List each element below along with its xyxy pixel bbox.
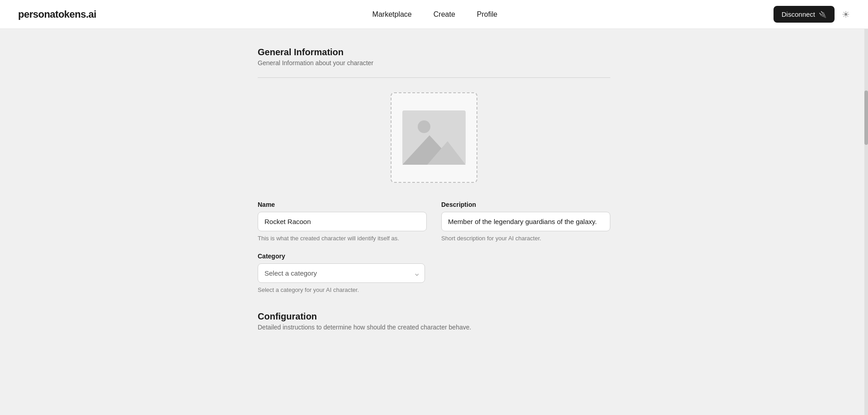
sun-icon: ☀ xyxy=(842,10,850,19)
category-hint: Select a category for your AI character. xyxy=(258,286,610,293)
disconnect-button[interactable]: Disconnect 🔌 xyxy=(774,6,835,23)
name-hint: This is what the created character will … xyxy=(258,235,427,242)
svg-point-1 xyxy=(418,120,430,133)
name-input[interactable] xyxy=(258,212,427,231)
config-subtitle: Detailed instructions to determine how s… xyxy=(258,324,610,331)
general-info-header: General Information General Information … xyxy=(258,47,610,67)
image-upload-area[interactable] xyxy=(391,92,477,183)
category-select[interactable]: Select a category Entertainment Educatio… xyxy=(258,263,425,283)
image-placeholder-icon xyxy=(402,110,466,165)
disconnect-label: Disconnect xyxy=(782,10,815,18)
name-description-row: Name This is what the created character … xyxy=(258,201,610,242)
nav-create[interactable]: Create xyxy=(434,10,455,19)
nav-marketplace[interactable]: Marketplace xyxy=(373,10,412,19)
plug-icon: 🔌 xyxy=(819,11,826,18)
general-info-subtitle: General Information about your character xyxy=(258,59,610,67)
category-select-wrapper: Select a category Entertainment Educatio… xyxy=(258,263,425,283)
brand-logo: personatokens.ai xyxy=(18,9,96,20)
navbar: personatokens.ai Marketplace Create Prof… xyxy=(0,0,868,29)
category-section: Category Select a category Entertainment… xyxy=(258,253,610,293)
scrollbar-thumb xyxy=(864,91,868,145)
navbar-links: Marketplace Create Profile xyxy=(373,10,498,19)
description-group: Description Short description for your A… xyxy=(441,201,610,242)
section-divider xyxy=(258,77,610,78)
name-label: Name xyxy=(258,201,427,208)
theme-toggle-button[interactable]: ☀ xyxy=(842,9,850,20)
main-content: General Information General Information … xyxy=(249,29,619,367)
description-label: Description xyxy=(441,201,610,208)
page-scrollbar[interactable] xyxy=(864,0,868,415)
description-input[interactable] xyxy=(441,212,610,231)
configuration-section: Configuration Detailed instructions to d… xyxy=(258,311,610,331)
config-title: Configuration xyxy=(258,311,610,322)
image-upload-wrapper xyxy=(258,92,610,183)
description-hint: Short description for your AI character. xyxy=(441,235,610,242)
general-info-title: General Information xyxy=(258,47,610,57)
name-group: Name This is what the created character … xyxy=(258,201,427,242)
nav-profile[interactable]: Profile xyxy=(477,10,497,19)
navbar-right: Disconnect 🔌 ☀ xyxy=(774,6,850,23)
category-label: Category xyxy=(258,253,610,260)
